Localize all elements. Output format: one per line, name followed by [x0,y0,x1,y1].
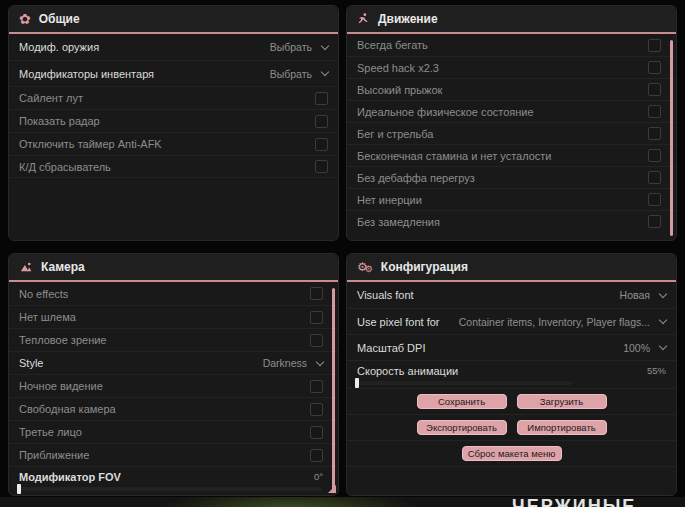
setting-row[interactable]: Нет шлема [9,305,338,328]
checkbox[interactable] [648,61,661,74]
checkbox[interactable] [648,39,661,52]
setting-row[interactable]: Тепловое зрение [9,328,338,351]
checkbox[interactable] [648,171,661,184]
setting-label: Нет инерции [357,194,422,206]
setting-row[interactable]: Без дебаффа перегруз [347,166,676,188]
setting-row[interactable]: No effects [9,282,338,305]
setting-row[interactable]: Сайлент лут [9,86,338,109]
setting-row[interactable]: Ночное видение [9,374,338,397]
panel-title: Конфигурация [381,260,468,274]
watermark-text: ЧЕРЖИНЫЕ [512,496,636,507]
setting-row[interactable]: Всегда бегать [347,34,676,56]
panel-config-header[interactable]: ⚙⚙ Конфигурация [347,254,676,282]
fov-slider-track[interactable] [19,487,323,491]
setting-label: Отключить таймер Anti-AFK [19,138,162,150]
setting-label: Модификатор FOV [19,471,121,483]
panel-movement-body: Всегда бегать Speed hack x2.3 Высокий пр… [347,34,676,232]
dropdown-value: 100% [623,342,650,354]
setting-label: Ночное видение [19,380,103,392]
fov-slider-handle[interactable] [17,484,21,494]
setting-label: Идеальное физическое состояние [357,106,534,118]
setting-label: Без дебаффа перегруз [357,172,475,184]
setting-label: Speed hack x2.3 [357,62,439,74]
setting-row: Модиф. оружия Выбрать [9,34,338,60]
checkbox[interactable] [315,115,328,128]
panel-general: ✿ Общие Модиф. оружия Выбрать Модификато… [8,5,339,241]
chevron-down-icon [316,357,324,365]
setting-row[interactable]: Отключить таймер Anti-AFK [9,132,338,155]
inventory-mod-dropdown[interactable]: Выбрать [270,68,328,80]
flower-gear-icon: ✿ [19,12,31,26]
panel-title: Движение [378,12,438,26]
panel-movement-header[interactable]: Движение [347,6,676,34]
checkbox[interactable] [648,83,661,96]
setting-row[interactable]: Свободная камера [9,397,338,420]
setting-row[interactable]: Высокий прыжок [347,78,676,100]
setting-row: Use pixel font for Container items, Inve… [347,308,676,334]
checkbox[interactable] [310,403,323,416]
load-button[interactable]: Загрузить [517,394,607,409]
animation-speed-handle[interactable] [355,378,359,388]
setting-label: Сайлент лут [19,92,83,104]
setting-row[interactable]: Speed hack x2.3 [347,56,676,78]
checkbox[interactable] [648,149,661,162]
chevron-down-icon [659,342,667,350]
setting-row[interactable]: Приближение [9,443,338,466]
checkbox[interactable] [648,215,661,228]
setting-row: Visuals font Новая [347,282,676,308]
movement-scrollbar[interactable] [670,40,673,236]
checkbox[interactable] [315,160,328,173]
checkbox[interactable] [648,193,661,206]
config-buttons-row-2: Экспортировать Импортировать [347,414,676,440]
dpi-scale-dropdown[interactable]: 100% [623,342,666,354]
chevron-down-icon [321,68,329,76]
visuals-font-dropdown[interactable]: Новая [620,289,666,301]
setting-row[interactable]: Идеальное физическое состояние [347,100,676,122]
checkbox[interactable] [648,127,661,140]
setting-row[interactable]: Бег и стрельба [347,122,676,144]
setting-row[interactable]: К/Д сбрасыватель [9,155,338,178]
setting-row[interactable]: Показать радар [9,109,338,132]
setting-label: Тепловое зрение [19,334,106,346]
small-gear-icon: ⚙ [365,265,373,274]
style-dropdown[interactable]: Darkness [263,357,323,369]
camera-scrollbar[interactable] [332,288,335,491]
panel-title: Общие [39,12,80,26]
animation-speed-track[interactable] [357,381,573,385]
panel-config: ⚙⚙ Конфигурация Visuals font Новая Use p… [346,253,677,496]
checkbox[interactable] [310,287,323,300]
setting-row[interactable]: Бесконечная стамина и нет усталости [347,144,676,166]
setting-label: К/Д сбрасыватель [19,161,111,173]
weapon-mod-dropdown[interactable]: Выбрать [270,41,328,53]
checkbox[interactable] [648,105,661,118]
setting-label: Скорость анимации [357,365,458,377]
config-buttons-row-1: Сохранить Загрузить [347,388,676,414]
save-button[interactable]: Сохранить [417,394,507,409]
dropdown-value: Darkness [263,357,307,369]
setting-label: Бесконечная стамина и нет усталости [357,150,552,162]
setting-label: Свободная камера [19,403,116,415]
camera-resize-handle[interactable] [328,485,336,493]
setting-row[interactable]: Нет инерции [347,188,676,210]
setting-row[interactable]: Без замедления [347,210,676,232]
reset-menu-layout-button[interactable]: Сброс макета меню [462,446,562,461]
panel-general-header[interactable]: ✿ Общие [9,6,338,34]
checkbox[interactable] [310,449,323,462]
setting-label: Показать радар [19,115,100,127]
checkbox[interactable] [310,426,323,439]
checkbox[interactable] [310,334,323,347]
export-button[interactable]: Экспортировать [417,420,507,435]
setting-label: Приближение [19,449,89,461]
setting-row[interactable]: Третье лицо [9,420,338,443]
animation-speed-value: 55% [647,365,666,376]
fov-slider-row: Модификатор FOV 0° [9,466,338,494]
checkbox[interactable] [315,92,328,105]
checkbox[interactable] [310,311,323,324]
panel-camera-header[interactable]: Камера [9,254,338,282]
import-button[interactable]: Импортировать [517,420,607,435]
checkbox[interactable] [310,380,323,393]
pixel-font-dropdown[interactable]: Container items, Inventory, Player flags… [459,316,666,328]
checkbox[interactable] [315,138,328,151]
setting-label: Нет шлема [19,311,76,323]
setting-label: Модификаторы инвентаря [19,68,154,80]
